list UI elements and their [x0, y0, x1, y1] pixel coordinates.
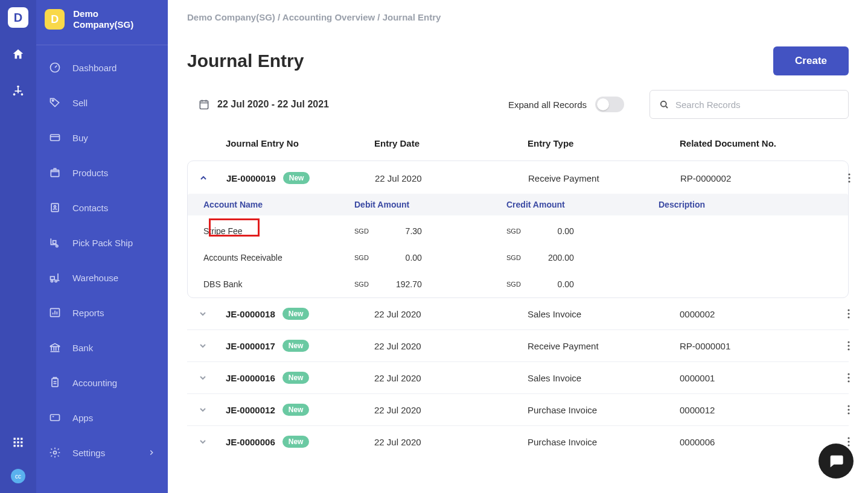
- svg-point-41: [847, 405, 849, 407]
- chevron-down-icon[interactable]: [198, 341, 208, 351]
- svg-point-44: [847, 437, 849, 439]
- svg-point-13: [52, 100, 54, 101]
- org-tree-icon[interactable]: [8, 81, 28, 100]
- sidebar-item-contacts[interactable]: Contacts: [36, 190, 168, 225]
- row-more-menu[interactable]: [837, 309, 861, 319]
- sub-table-row: Accounts Receivable SGD0.00 SGD200.00: [188, 244, 848, 271]
- chevron-right-icon: [147, 448, 156, 457]
- status-badge: New: [282, 436, 310, 448]
- table-row[interactable]: JE-0000012New 22 Jul 2020 Purchase Invoi…: [187, 394, 849, 426]
- table-row[interactable]: JE-0000006New 22 Jul 2020 Purchase Invoi…: [187, 426, 849, 457]
- sidebar-item-label: Contacts: [72, 203, 108, 213]
- entry-date: 22 Jul 2020: [375, 173, 528, 183]
- chevron-down-icon[interactable]: [198, 373, 208, 383]
- sidebar-item-label: Bank: [72, 343, 93, 353]
- svg-rect-27: [200, 101, 208, 109]
- table-row[interactable]: JE-0000016New 22 Jul 2020 Sales Invoice …: [187, 362, 849, 394]
- table-row[interactable]: JE-0000019 New 22 Jul 2020 Receive Payme…: [188, 161, 848, 194]
- chat-support-button[interactable]: [819, 444, 854, 479]
- sidebar-item-bank[interactable]: Bank: [36, 330, 168, 365]
- svg-point-28: [661, 101, 666, 107]
- sidebar-item-warehouse[interactable]: Warehouse: [36, 260, 168, 295]
- sidebar-item-sell[interactable]: Sell: [36, 85, 168, 120]
- box-icon: [48, 166, 62, 179]
- date-range[interactable]: 22 Jul 2020 - 22 Jul 2021: [217, 99, 329, 110]
- related-doc: RP-0000002: [680, 173, 837, 183]
- sidebar-item-label: Apps: [72, 413, 93, 423]
- row-more-menu[interactable]: [837, 405, 861, 415]
- sidebar-item-products[interactable]: Products: [36, 155, 168, 190]
- chevron-down-icon[interactable]: [198, 405, 208, 415]
- account-name: DBS Bank: [203, 279, 354, 289]
- home-icon[interactable]: [8, 45, 28, 64]
- svg-point-0: [17, 86, 19, 88]
- sidebar-item-label: Dashboard: [72, 63, 116, 73]
- svg-point-29: [848, 173, 850, 175]
- svg-rect-6: [14, 441, 16, 443]
- row-more-menu[interactable]: [837, 173, 861, 183]
- search-box[interactable]: [649, 90, 849, 119]
- sidebar-item-label: Warehouse: [72, 273, 118, 283]
- column-entry-date: Entry Date: [374, 138, 528, 148]
- journal-no: JE-0000012: [226, 405, 275, 415]
- tag-icon: [48, 96, 62, 109]
- table-row[interactable]: JE-0000018New 22 Jul 2020 Sales Invoice …: [187, 298, 849, 330]
- highlight-annotation: [209, 218, 260, 237]
- sidebar-item-buy[interactable]: Buy: [36, 120, 168, 155]
- breadcrumb[interactable]: Demo Company(SG) / Accounting Overview /…: [168, 0, 868, 22]
- table-row[interactable]: JE-0000017New 22 Jul 2020 Receive Paymen…: [187, 330, 849, 362]
- svg-point-37: [847, 348, 849, 350]
- app-logo[interactable]: D: [8, 7, 28, 28]
- apps-grid-icon[interactable]: [8, 433, 28, 452]
- svg-point-46: [847, 444, 849, 446]
- status-badge: New: [282, 372, 310, 384]
- svg-point-36: [847, 345, 849, 346]
- svg-rect-15: [51, 170, 59, 177]
- search-input[interactable]: [675, 100, 840, 110]
- svg-rect-5: [21, 438, 22, 440]
- contacts-icon: [48, 201, 62, 214]
- status-badge: New: [282, 308, 310, 320]
- sidebar-item-apps[interactable]: Apps: [36, 400, 168, 435]
- sidebar-item-accounting[interactable]: Accounting: [36, 365, 168, 400]
- sidebar-item-reports[interactable]: Reports: [36, 295, 168, 330]
- card-icon: [48, 131, 62, 144]
- svg-rect-9: [14, 445, 16, 447]
- sidebar-item-label: Reports: [72, 308, 104, 318]
- sidebar-item-label: Settings: [72, 448, 105, 458]
- sidebar-item-settings[interactable]: Settings: [36, 435, 168, 470]
- expand-all-label: Expand all Records: [508, 100, 587, 110]
- org-badge: D: [45, 9, 65, 30]
- related-doc: 0000002: [680, 309, 837, 319]
- chevron-up-icon[interactable]: [199, 173, 208, 183]
- chevron-down-icon[interactable]: [198, 309, 208, 319]
- svg-rect-7: [17, 441, 19, 443]
- svg-point-26: [54, 451, 57, 454]
- sidebar-item-label: Buy: [72, 133, 88, 143]
- app-card-icon: [48, 411, 62, 424]
- svg-point-17: [54, 206, 56, 208]
- org-switcher[interactable]: D Demo Company(SG): [36, 0, 168, 45]
- sidebar-item-pick-pack-ship[interactable]: Pick Pack Ship: [36, 225, 168, 260]
- row-more-menu[interactable]: [837, 373, 861, 383]
- journal-no: JE-0000019: [226, 173, 276, 183]
- sidebar-item-dashboard[interactable]: Dashboard: [36, 50, 168, 85]
- journal-no: JE-0000016: [226, 373, 275, 383]
- entry-type: Receive Payment: [528, 341, 680, 351]
- svg-point-18: [56, 245, 58, 247]
- chevron-down-icon[interactable]: [198, 437, 208, 447]
- row-more-menu[interactable]: [837, 341, 861, 351]
- expand-all-toggle[interactable]: [595, 97, 624, 112]
- bank-icon: [48, 341, 62, 354]
- entry-type: Sales Invoice: [528, 373, 680, 383]
- create-button[interactable]: Create: [773, 46, 849, 75]
- entry-type: Purchase Invoice: [528, 405, 680, 415]
- calendar-icon[interactable]: [198, 98, 210, 110]
- svg-point-2: [21, 94, 24, 96]
- account-name: Accounts Receivable: [203, 253, 354, 262]
- search-icon: [659, 99, 669, 110]
- status-badge: New: [282, 404, 310, 416]
- related-doc: 0000012: [680, 405, 837, 415]
- user-avatar-badge[interactable]: cc: [11, 469, 25, 483]
- svg-rect-19: [53, 241, 56, 244]
